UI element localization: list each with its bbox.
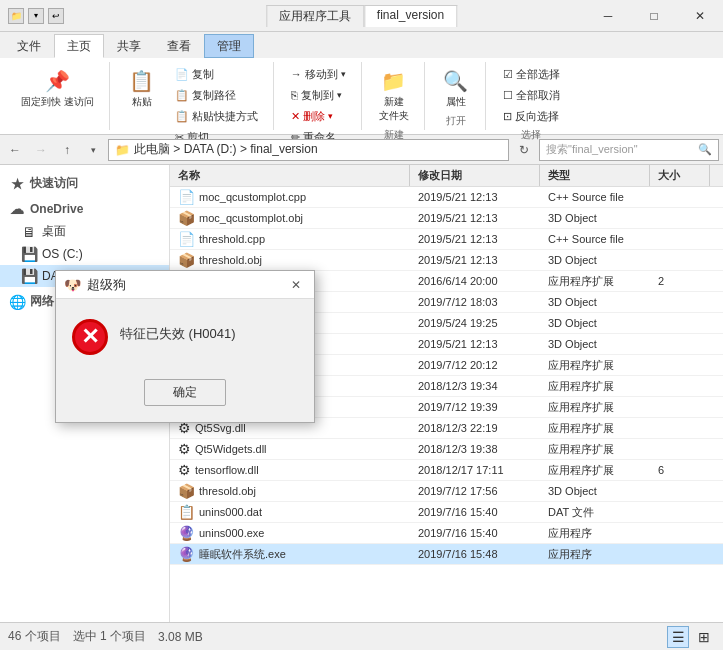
sidebar-item-c-drive[interactable]: 💾 OS (C:) <box>0 243 169 265</box>
file-size <box>650 510 710 514</box>
col-header-name[interactable]: 名称 <box>170 165 410 186</box>
dialog-title-text: 超级狗 <box>87 276 280 294</box>
new-folder-button[interactable]: 📁 新建文件夹 <box>372 64 416 126</box>
delete-button[interactable]: ✕ 删除 ▾ <box>284 106 353 126</box>
window-controls: ─ □ ✕ <box>585 0 723 32</box>
c-drive-label: OS (C:) <box>42 247 83 261</box>
table-row[interactable]: 🔮 睡眠软件系统.exe 2019/7/16 15:48 应用程序 <box>170 544 723 565</box>
table-row[interactable]: 📄 threshold.cpp 2019/5/21 12:13 C++ Sour… <box>170 229 723 250</box>
paste-icon: 📋 <box>128 67 156 95</box>
table-row[interactable]: 📦 moc_qcustomplot.obj 2019/5/21 12:13 3D… <box>170 208 723 229</box>
file-date: 2019/7/12 20:12 <box>410 357 540 373</box>
title-tab-app-tools[interactable]: 应用程序工具 <box>266 5 364 27</box>
tab-share[interactable]: 共享 <box>104 34 154 58</box>
select-none-button[interactable]: ☐ 全部取消 <box>496 85 567 105</box>
col-header-type[interactable]: 类型 <box>540 165 650 186</box>
pin-icon: 📌 <box>43 67 71 95</box>
details-view-button[interactable]: ☰ <box>667 626 689 648</box>
file-date: 2019/7/12 17:56 <box>410 483 540 499</box>
file-size <box>650 216 710 220</box>
tab-file[interactable]: 文件 <box>4 34 54 58</box>
file-type: DAT 文件 <box>540 503 650 522</box>
app-icon: 📁 <box>8 8 24 24</box>
file-type: 应用程序扩展 <box>540 440 650 459</box>
onedrive-icon: ☁ <box>8 201 26 217</box>
file-name-cell: 📄 moc_qcustomplot.cpp <box>170 187 410 207</box>
file-icon: ⚙ <box>178 462 191 478</box>
select-all-icon: ☑ <box>503 68 513 81</box>
dialog-message: 特征已失效 (H0041) <box>120 319 236 343</box>
copy-button[interactable]: 📄 复制 <box>168 64 265 84</box>
search-box[interactable]: 搜索"final_version" 🔍 <box>539 139 719 161</box>
file-type: 应用程序扩展 <box>540 461 650 480</box>
file-type: C++ Source file <box>540 231 650 247</box>
undo-icon[interactable]: ↩ <box>48 8 64 24</box>
table-row[interactable]: 📄 moc_qcustomplot.cpp 2019/5/21 12:13 C+… <box>170 187 723 208</box>
maximize-button[interactable]: □ <box>631 0 677 32</box>
sidebar-item-desktop[interactable]: 🖥 桌面 <box>0 220 169 243</box>
title-tab-folder[interactable]: final_version <box>364 5 457 27</box>
table-row[interactable]: 📦 thresold.obj 2019/7/12 17:56 3D Object <box>170 481 723 502</box>
dialog-close-button[interactable]: ✕ <box>286 275 306 295</box>
file-date: 2019/7/12 18:03 <box>410 294 540 310</box>
quick-access-icon[interactable]: ▾ <box>28 8 44 24</box>
back-button[interactable]: ← <box>4 139 26 161</box>
file-date: 2019/7/16 15:40 <box>410 504 540 520</box>
sidebar-item-onedrive[interactable]: ☁ OneDrive <box>0 195 169 220</box>
tab-manage[interactable]: 管理 <box>204 34 254 58</box>
table-row[interactable]: 🔮 unins000.exe 2019/7/16 15:40 应用程序 <box>170 523 723 544</box>
paste-button[interactable]: 📋 粘贴 <box>120 64 164 112</box>
table-row[interactable]: ⚙ Qt5Widgets.dll 2018/12/3 19:38 应用程序扩展 <box>170 439 723 460</box>
properties-button[interactable]: 🔍 属性 <box>435 64 477 112</box>
file-date: 2019/7/16 15:40 <box>410 525 540 541</box>
file-type: 应用程序 <box>540 545 650 564</box>
copy-to-button[interactable]: ⎘ 复制到 ▾ <box>284 85 353 105</box>
new-folder-icon: 📁 <box>380 67 408 95</box>
move-icon: → <box>291 68 302 80</box>
file-name: moc_qcustomplot.obj <box>199 212 303 224</box>
file-date: 2019/7/12 19:39 <box>410 399 540 415</box>
tiles-view-button[interactable]: ⊞ <box>693 626 715 648</box>
invert-selection-button[interactable]: ⊡ 反向选择 <box>496 106 567 126</box>
table-row[interactable]: ⚙ tensorflow.dll 2018/12/17 17:11 应用程序扩展… <box>170 460 723 481</box>
file-date: 2019/5/21 12:13 <box>410 231 540 247</box>
file-size <box>650 384 710 388</box>
pin-button[interactable]: 📌 固定到快 速访问 <box>14 64 101 112</box>
tab-view[interactable]: 查看 <box>154 34 204 58</box>
close-button[interactable]: ✕ <box>677 0 723 32</box>
ribbon-group-new: 📁 新建文件夹 新建 <box>364 62 425 130</box>
table-row[interactable]: 📦 threshold.obj 2019/5/21 12:13 3D Objec… <box>170 250 723 271</box>
address-path[interactable]: 📁 此电脑 > DATA (D:) > final_version <box>108 139 509 161</box>
ok-button[interactable]: 确定 <box>144 379 226 406</box>
file-type: 应用程序扩展 <box>540 356 650 375</box>
up-button[interactable]: ↑ <box>56 139 78 161</box>
sidebar-item-quick-access[interactable]: ★ 快速访问 <box>0 169 169 195</box>
col-header-date[interactable]: 修改日期 <box>410 165 540 186</box>
table-row[interactable]: 📋 unins000.dat 2019/7/16 15:40 DAT 文件 <box>170 502 723 523</box>
paste-shortcut-button[interactable]: 📋 粘贴快捷方式 <box>168 106 265 126</box>
move-button[interactable]: → 移动到 ▾ <box>284 64 353 84</box>
minimize-button[interactable]: ─ <box>585 0 631 32</box>
file-name-cell: ⚙ Qt5Widgets.dll <box>170 439 410 459</box>
file-icon: 📄 <box>178 231 195 247</box>
file-date: 2019/5/24 19:25 <box>410 315 540 331</box>
paste-shortcut-icon: 📋 <box>175 110 189 123</box>
forward-button[interactable]: → <box>30 139 52 161</box>
select-all-button[interactable]: ☑ 全部选择 <box>496 64 567 84</box>
status-bar: 46 个项目 选中 1 个项目 3.08 MB ☰ ⊞ <box>0 622 723 650</box>
col-header-size[interactable]: 大小 <box>650 165 710 186</box>
tab-home[interactable]: 主页 <box>54 34 104 58</box>
recent-locations-button[interactable]: ▾ <box>82 139 104 161</box>
copy-path-button[interactable]: 📋 复制路径 <box>168 85 265 105</box>
refresh-button[interactable]: ↻ <box>513 139 535 161</box>
file-name: moc_qcustomplot.cpp <box>199 191 306 203</box>
delete-icon: ✕ <box>291 110 300 123</box>
dialog-titlebar: 🐶 超级狗 ✕ <box>56 271 314 299</box>
network-icon: 🌐 <box>8 294 26 310</box>
file-list-header: 名称 修改日期 类型 大小 <box>170 165 723 187</box>
file-name: threshold.cpp <box>199 233 265 245</box>
file-type: 3D Object <box>540 252 650 268</box>
title-bar-icons: 📁 ▾ ↩ <box>8 8 64 24</box>
file-date: 2019/5/21 12:13 <box>410 336 540 352</box>
file-size <box>650 426 710 430</box>
